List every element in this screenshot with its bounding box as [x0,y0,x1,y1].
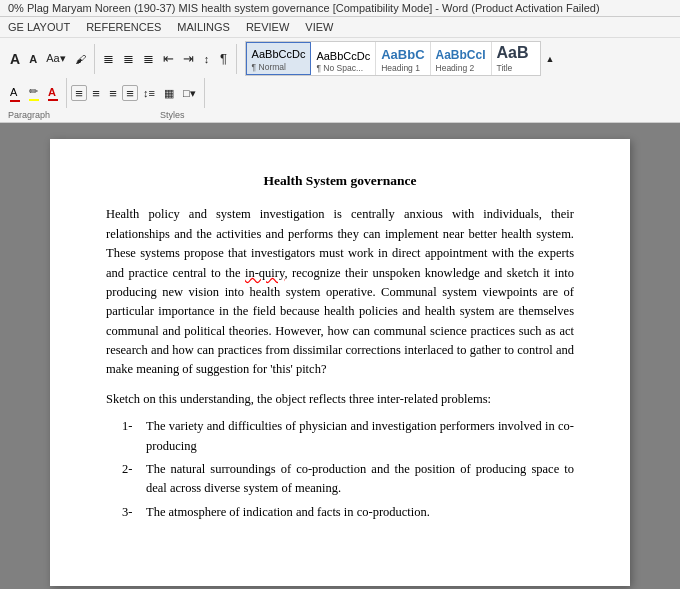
ribbon: A A Aa▾ 🖌 ≣ ≣ ≣ ⇤ ⇥ ↕ ¶ AaBbCcDc ¶ Norma… [0,38,680,123]
justify-btn[interactable]: ≡ [122,85,138,101]
list-item: 1- The variety and difficulties of physi… [122,417,574,456]
list-num-3: 3- [122,503,140,522]
style-heading1-label: Heading 1 [381,63,420,73]
list-num-1: 1- [122,417,140,456]
increase-indent-btn[interactable]: ⇥ [179,51,198,67]
red-underline-word: in-quiry [245,266,284,280]
font-color-btn[interactable]: A [6,85,24,101]
ribbon-separator-1 [94,44,95,74]
list-item: 3- The atmosphere of indication and fact… [122,503,574,522]
styles-panel: AaBbCcDc ¶ Normal AaBbCcDc ¶ No Spac... … [245,41,541,76]
ribbon-separator-3 [66,78,67,108]
list-text-2: The natural surroundings of co-productio… [146,460,574,499]
shading-btn[interactable]: ▦ [160,85,178,101]
borders-btn[interactable]: □▾ [179,85,200,101]
font-aa-btn[interactable]: Aa▾ [42,51,69,67]
ribbon-separator-2 [236,44,237,74]
style-title-label: Title [497,63,513,73]
style-nospacing-preview: AaBbCcDc [316,51,370,62]
ribbon-row-2: A ✏ A ≡ ≡ ≡ ≡ ↕≡ ▦ □▾ [4,77,676,110]
list-num-2: 2- [122,460,140,499]
document-paragraph-1: Health policy and system investigation i… [106,205,574,379]
list-outline-btn[interactable]: ≣ [139,51,158,67]
align-center-btn[interactable]: ≡ [88,85,104,101]
menu-review[interactable]: REVIEW [238,19,297,35]
menu-references[interactable]: REFERENCES [78,19,169,35]
list-number-btn[interactable]: ≣ [119,51,138,67]
styles-scroll-up[interactable]: ▲ [542,51,559,67]
document-paragraph-2: Sketch on this understanding, the object… [106,390,574,409]
font-color2-btn[interactable]: A [44,85,62,101]
title-bar-text: 0% Plag Maryam Noreen (190-37) MIS healt… [8,2,600,14]
style-title[interactable]: AaB Title [492,42,540,75]
style-title-preview: AaB [497,43,529,62]
decrease-indent-btn[interactable]: ⇤ [159,51,178,67]
style-heading2-preview: AaBbCcI [436,48,486,62]
ribbon-separator-4 [204,78,205,108]
paragraph-group-label: Paragraph [8,110,50,120]
align-right-btn[interactable]: ≡ [105,85,121,101]
style-normal[interactable]: AaBbCcDc ¶ Normal [246,42,312,75]
align-left-btn[interactable]: ≡ [71,85,87,101]
ribbon-row-1: A A Aa▾ 🖌 ≣ ≣ ≣ ⇤ ⇥ ↕ ¶ AaBbCcDc ¶ Norma… [4,40,676,77]
style-heading1-preview: AaBbC [381,47,424,63]
line-spacing-btn[interactable]: ↕≡ [139,85,159,101]
title-bar: 0% Plag Maryam Noreen (190-37) MIS healt… [0,0,680,17]
style-nospacing[interactable]: AaBbCcDc ¶ No Spac... [311,42,376,75]
document-title: Health System governance [106,171,574,191]
document-page[interactable]: Health System governance Health policy a… [50,139,630,586]
document-list: 1- The variety and difficulties of physi… [122,417,574,522]
style-heading2-label: Heading 2 [436,63,475,73]
list-text-1: The variety and difficulties of physicia… [146,417,574,456]
style-nospacing-label: ¶ No Spac... [316,63,363,73]
list-text-3: The atmosphere of indication and facts i… [146,503,574,522]
text-highlight-btn[interactable]: ✏ [25,85,43,101]
menu-view[interactable]: VIEW [297,19,341,35]
styles-group-label: Styles [160,110,185,120]
list-item: 2- The natural surroundings of co-produc… [122,460,574,499]
menu-mailings[interactable]: MAILINGS [169,19,238,35]
style-normal-label: ¶ Normal [252,62,286,72]
font-size-down-btn[interactable]: A [25,51,41,67]
style-normal-preview: AaBbCcDc [252,48,306,61]
document-area: Health System governance Health policy a… [0,123,680,589]
menu-ge-layout[interactable]: GE LAYOUT [0,19,78,35]
list-bullet-btn[interactable]: ≣ [99,51,118,67]
style-heading1[interactable]: AaBbC Heading 1 [376,42,430,75]
sort-btn[interactable]: ↕ [199,51,215,67]
menu-bar: GE LAYOUT REFERENCES MAILINGS REVIEW VIE… [0,17,680,38]
font-size-up-btn[interactable]: A [6,51,24,67]
style-heading2[interactable]: AaBbCcI Heading 2 [431,42,492,75]
show-hide-btn[interactable]: ¶ [216,51,232,67]
format-clear-btn[interactable]: 🖌 [71,51,90,67]
